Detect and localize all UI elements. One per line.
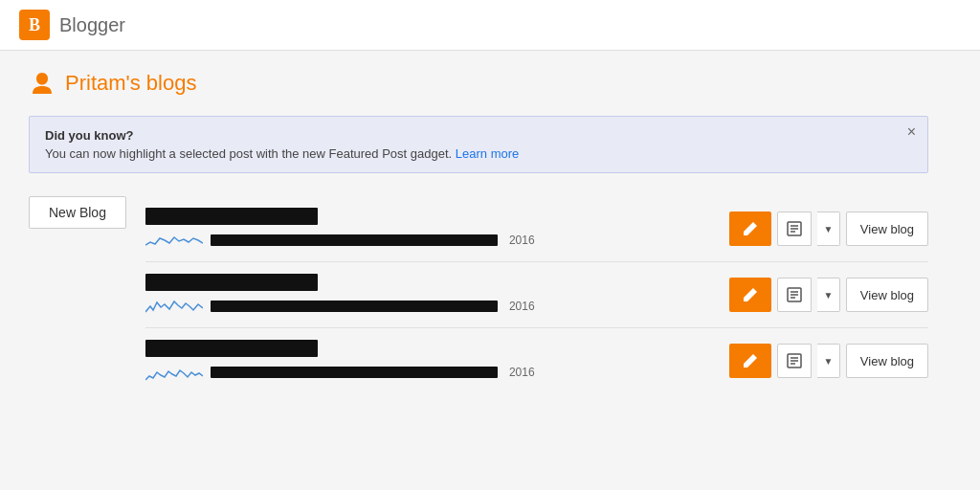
pencil-icon	[743, 221, 758, 236]
blog-year: 2016	[509, 234, 535, 247]
blog-entry: 2016	[145, 196, 928, 262]
pencil-icon	[743, 287, 758, 302]
blog-entries-list: 2016	[145, 196, 928, 393]
blog-meta: 2016	[145, 363, 729, 382]
blog-url-redacted	[211, 301, 498, 312]
banner-title: Did you know?	[45, 128, 912, 143]
posts-icon	[786, 352, 803, 369]
view-blog-button[interactable]: View blog	[846, 278, 928, 312]
posts-dropdown-button[interactable]: ▼	[817, 212, 840, 246]
view-blog-button[interactable]: View blog	[846, 344, 928, 378]
blog-url-redacted	[211, 234, 498, 246]
blog-name-redacted	[145, 208, 318, 225]
app-header: B Blogger	[0, 0, 980, 51]
posts-button[interactable]	[777, 344, 812, 378]
blog-info: 2016	[145, 340, 729, 382]
posts-dropdown-button[interactable]: ▼	[817, 278, 840, 312]
blogger-logo: B	[19, 10, 50, 40]
posts-dropdown-button[interactable]: ▼	[817, 344, 840, 378]
posts-icon	[786, 220, 803, 237]
posts-button[interactable]	[777, 212, 812, 246]
view-blog-button[interactable]: View blog	[846, 212, 928, 246]
blog-url-redacted	[211, 367, 498, 378]
app-title: Blogger	[59, 14, 125, 36]
user-icon	[29, 70, 56, 97]
blog-meta: 2016	[145, 297, 729, 316]
edit-posts-button[interactable]	[729, 278, 771, 312]
new-blog-button[interactable]: New Blog	[29, 196, 126, 229]
banner-text: You can now highlight a selected post wi…	[45, 146, 912, 161]
blog-stats-chart	[145, 231, 203, 250]
blog-stats-chart	[145, 297, 203, 316]
user-blogs-title: Pritam's blogs	[65, 71, 196, 96]
blog-actions: ▼ View blog	[729, 278, 928, 312]
edit-posts-button[interactable]	[729, 344, 771, 378]
blog-info: 2016	[145, 274, 729, 316]
info-banner: Did you know? You can now highlight a se…	[29, 116, 928, 173]
banner-close-button[interactable]: ×	[907, 124, 916, 140]
new-blog-section: New Blog	[29, 196, 126, 393]
banner-learn-more-link[interactable]: Learn more	[456, 146, 519, 161]
blog-info: 2016	[145, 208, 729, 250]
blog-entry: 2016	[145, 328, 928, 393]
blog-list-area: New Blog 2016	[29, 196, 928, 393]
user-section: Pritam's blogs	[29, 70, 928, 97]
blog-year: 2016	[509, 300, 535, 313]
blog-name-redacted	[145, 340, 318, 357]
pencil-icon	[743, 353, 758, 368]
posts-button[interactable]	[777, 278, 812, 312]
blog-meta: 2016	[145, 231, 729, 250]
blog-actions: ▼ View blog	[729, 212, 928, 246]
edit-posts-button[interactable]	[729, 212, 771, 246]
blog-stats-chart	[145, 363, 203, 382]
main-content: Pritam's blogs Did you know? You can now…	[0, 51, 957, 412]
posts-icon	[786, 286, 803, 303]
blog-year: 2016	[509, 366, 535, 379]
blog-actions: ▼ View blog	[729, 344, 928, 378]
blog-name-redacted	[145, 274, 318, 291]
blog-entry: 2016	[145, 262, 928, 328]
